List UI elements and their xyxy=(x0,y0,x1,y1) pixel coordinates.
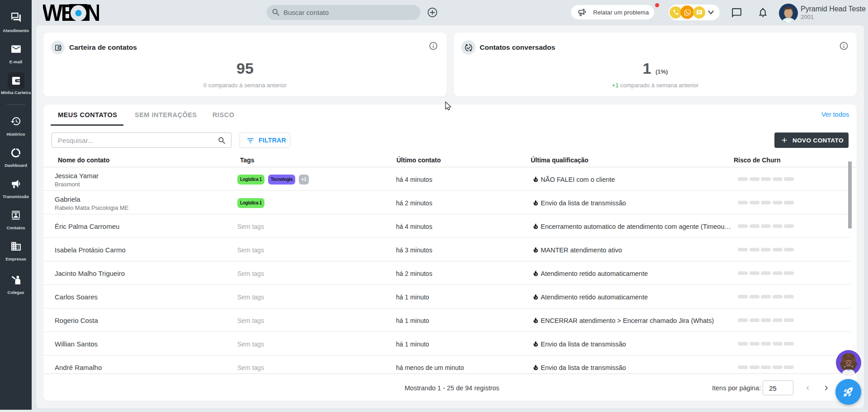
svg-text:N: N xyxy=(85,3,99,22)
